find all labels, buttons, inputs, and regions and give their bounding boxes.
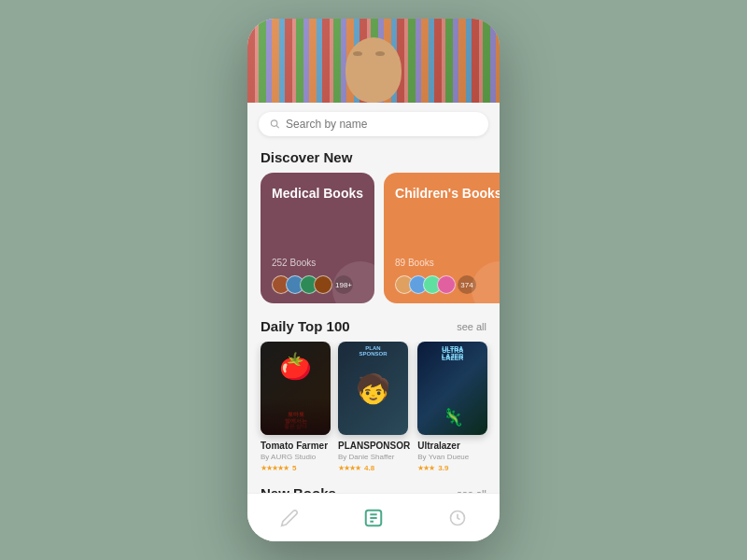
daily-top-books-list: 토마토밭에서는좋은 삶다 Tomato Farmer By AURG Studi… <box>247 342 500 482</box>
avatar-c4 <box>437 275 456 294</box>
bookmark-icon <box>363 508 384 528</box>
daily-top-see-all[interactable]: see all <box>457 321 486 332</box>
avatar-4 <box>314 275 332 294</box>
discover-header: Discover New <box>247 146 500 173</box>
search-input[interactable] <box>286 118 477 131</box>
rating-num-plan: 4.8 <box>364 464 374 472</box>
category-card-children[interactable]: Children's Books 89 Books 374 <box>384 173 500 303</box>
search-bar[interactable] <box>259 112 488 136</box>
category-name-children: Children's Books <box>395 186 500 202</box>
book-title-plan: PLANSPONSOR <box>338 441 410 451</box>
book-author-tomato: By AURG Studio <box>261 453 331 461</box>
nav-item-library[interactable] <box>355 499 392 537</box>
bottom-navigation <box>247 493 500 541</box>
category-card-medical[interactable]: Medical Books 252 Books 198+ <box>261 173 374 303</box>
pencil-icon <box>280 509 299 527</box>
hero-banner <box>247 19 500 103</box>
new-books-title: New Books <box>261 485 336 493</box>
book-item-plan[interactable]: PLANSPONSOR PLANSPONSOR By Danie Shaffer… <box>338 342 410 472</box>
main-scroll-area[interactable]: Discover New Medical Books 252 Books 198… <box>247 103 500 493</box>
nav-item-history[interactable] <box>439 499 476 537</box>
discover-title: Discover New <box>261 149 352 165</box>
book-rating-plan: ★★★★ 4.8 <box>338 464 410 472</box>
hero-person <box>345 37 402 103</box>
stars-plan: ★★★★ <box>338 464 360 472</box>
search-icon <box>270 119 280 130</box>
rating-num-tomato: 5 <box>292 464 296 472</box>
svg-line-1 <box>276 125 279 128</box>
phone-frame: Discover New Medical Books 252 Books 198… <box>247 19 500 541</box>
new-books-header: New Books see all <box>247 482 500 493</box>
nav-item-edit[interactable] <box>271 499 308 537</box>
stars-tomato: ★★★★★ <box>261 464 289 472</box>
svg-point-0 <box>271 120 276 126</box>
stars-ultra: ★★★ <box>417 464 434 472</box>
book-title-ultra: Ultralazer <box>417 441 487 451</box>
book-item-tomato[interactable]: 토마토밭에서는좋은 삶다 Tomato Farmer By AURG Studi… <box>261 342 331 472</box>
clock-icon <box>448 509 467 527</box>
book-cover-plan: PLANSPONSOR <box>338 342 408 435</box>
book-author-ultra: By Yvan Dueue <box>417 453 487 461</box>
daily-top-header: Daily Top 100 see all <box>247 315 500 342</box>
daily-top-title: Daily Top 100 <box>261 318 350 334</box>
category-name-medical: Medical Books <box>272 186 363 202</box>
book-cover-ultra: ULTRALAZER 🦎 <box>417 342 487 435</box>
book-title-tomato: Tomato Farmer <box>261 441 331 451</box>
book-rating-tomato: ★★★★★ 5 <box>261 464 331 472</box>
book-cover-tomato: 토마토밭에서는좋은 삶다 <box>261 342 331 435</box>
rating-num-ultra: 3.9 <box>438 464 448 472</box>
book-author-plan: By Danie Shaffer <box>338 453 410 461</box>
book-rating-ultra: ★★★ 3.9 <box>417 464 487 472</box>
book-item-ultra[interactable]: ULTRALAZER 🦎 Ultralazer By Yvan Dueue ★★… <box>417 342 487 472</box>
categories-list[interactable]: Medical Books 252 Books 198+ Children's … <box>247 173 500 315</box>
